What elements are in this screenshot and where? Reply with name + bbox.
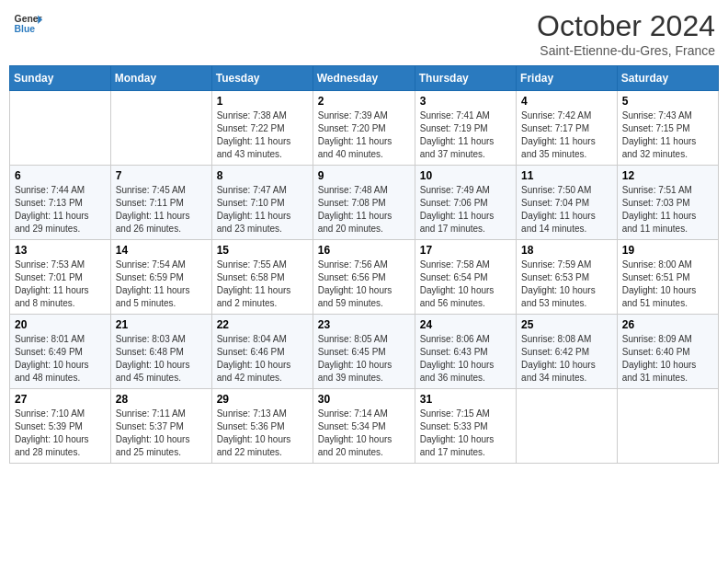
day-number: 1 xyxy=(217,95,308,108)
day-cell: 28Sunrise: 7:11 AM Sunset: 5:37 PM Dayli… xyxy=(110,389,211,464)
header-wednesday: Wednesday xyxy=(313,66,415,91)
week-row-4: 20Sunrise: 8:01 AM Sunset: 6:49 PM Dayli… xyxy=(10,315,719,389)
day-cell xyxy=(10,91,111,166)
day-number: 2 xyxy=(318,95,410,108)
day-number: 30 xyxy=(318,393,410,406)
day-cell: 29Sunrise: 7:13 AM Sunset: 5:36 PM Dayli… xyxy=(211,389,313,464)
day-cell: 10Sunrise: 7:49 AM Sunset: 7:06 PM Dayli… xyxy=(415,166,516,240)
day-cell: 7Sunrise: 7:45 AM Sunset: 7:11 PM Daylig… xyxy=(110,166,211,240)
day-info: Sunrise: 7:41 AM Sunset: 7:19 PM Dayligh… xyxy=(420,109,511,161)
day-number: 20 xyxy=(15,318,106,331)
day-cell: 31Sunrise: 7:15 AM Sunset: 5:33 PM Dayli… xyxy=(415,389,516,464)
day-info: Sunrise: 8:01 AM Sunset: 6:49 PM Dayligh… xyxy=(15,333,106,385)
header-sunday: Sunday xyxy=(10,66,111,91)
day-number: 5 xyxy=(622,95,713,108)
day-number: 27 xyxy=(15,393,106,406)
day-info: Sunrise: 7:59 AM Sunset: 6:53 PM Dayligh… xyxy=(521,259,612,310)
week-row-2: 6Sunrise: 7:44 AM Sunset: 7:13 PM Daylig… xyxy=(10,166,719,240)
header-row: SundayMondayTuesdayWednesdayThursdayFrid… xyxy=(10,66,719,91)
day-number: 19 xyxy=(622,244,713,257)
header-tuesday: Tuesday xyxy=(211,66,313,91)
day-info: Sunrise: 7:44 AM Sunset: 7:13 PM Dayligh… xyxy=(15,184,106,236)
day-number: 12 xyxy=(622,169,713,182)
day-info: Sunrise: 7:14 AM Sunset: 5:34 PM Dayligh… xyxy=(318,408,410,459)
day-info: Sunrise: 7:10 AM Sunset: 5:39 PM Dayligh… xyxy=(15,408,106,459)
day-info: Sunrise: 7:15 AM Sunset: 5:33 PM Dayligh… xyxy=(420,408,511,459)
day-cell: 22Sunrise: 8:04 AM Sunset: 6:46 PM Dayli… xyxy=(211,315,313,389)
day-number: 10 xyxy=(420,169,511,182)
day-number: 23 xyxy=(318,318,410,331)
day-number: 28 xyxy=(116,393,207,406)
day-info: Sunrise: 8:08 AM Sunset: 6:42 PM Dayligh… xyxy=(521,333,612,385)
day-info: Sunrise: 7:55 AM Sunset: 6:58 PM Dayligh… xyxy=(217,259,308,310)
day-cell: 8Sunrise: 7:47 AM Sunset: 7:10 PM Daylig… xyxy=(211,166,313,240)
calendar-table: SundayMondayTuesdayWednesdayThursdayFrid… xyxy=(9,65,719,464)
day-number: 24 xyxy=(420,318,511,331)
day-info: Sunrise: 7:42 AM Sunset: 7:17 PM Dayligh… xyxy=(521,109,612,161)
day-number: 26 xyxy=(622,318,713,331)
day-cell: 12Sunrise: 7:51 AM Sunset: 7:03 PM Dayli… xyxy=(617,166,718,240)
day-number: 17 xyxy=(420,244,511,257)
day-number: 3 xyxy=(420,95,511,108)
day-info: Sunrise: 8:00 AM Sunset: 6:51 PM Dayligh… xyxy=(622,259,713,310)
day-info: Sunrise: 8:06 AM Sunset: 6:43 PM Dayligh… xyxy=(420,333,511,385)
svg-text:Blue: Blue xyxy=(15,24,36,34)
day-info: Sunrise: 7:38 AM Sunset: 7:22 PM Dayligh… xyxy=(217,109,308,161)
location: Saint-Etienne-du-Gres, France xyxy=(537,43,715,58)
day-cell: 2Sunrise: 7:39 AM Sunset: 7:20 PM Daylig… xyxy=(313,91,415,166)
day-info: Sunrise: 8:03 AM Sunset: 6:48 PM Dayligh… xyxy=(116,333,207,385)
week-row-5: 27Sunrise: 7:10 AM Sunset: 5:39 PM Dayli… xyxy=(10,389,719,464)
day-cell: 16Sunrise: 7:56 AM Sunset: 6:56 PM Dayli… xyxy=(313,240,415,315)
day-cell: 17Sunrise: 7:58 AM Sunset: 6:54 PM Dayli… xyxy=(415,240,516,315)
day-info: Sunrise: 8:05 AM Sunset: 6:45 PM Dayligh… xyxy=(318,333,410,385)
day-number: 31 xyxy=(420,393,511,406)
day-cell: 23Sunrise: 8:05 AM Sunset: 6:45 PM Dayli… xyxy=(313,315,415,389)
week-row-1: 1Sunrise: 7:38 AM Sunset: 7:22 PM Daylig… xyxy=(10,91,719,166)
header-monday: Monday xyxy=(110,66,211,91)
day-info: Sunrise: 7:56 AM Sunset: 6:56 PM Dayligh… xyxy=(318,259,410,310)
day-number: 21 xyxy=(116,318,207,331)
day-number: 4 xyxy=(521,95,612,108)
day-number: 7 xyxy=(116,169,207,182)
day-cell: 5Sunrise: 7:43 AM Sunset: 7:15 PM Daylig… xyxy=(617,91,718,166)
month-title: October 2024 xyxy=(537,9,715,43)
header-saturday: Saturday xyxy=(617,66,718,91)
day-info: Sunrise: 8:09 AM Sunset: 6:40 PM Dayligh… xyxy=(622,333,713,385)
day-info: Sunrise: 7:45 AM Sunset: 7:11 PM Dayligh… xyxy=(116,184,207,236)
day-number: 13 xyxy=(15,244,106,257)
day-cell: 20Sunrise: 8:01 AM Sunset: 6:49 PM Dayli… xyxy=(10,315,111,389)
day-number: 25 xyxy=(521,318,612,331)
day-cell xyxy=(110,91,211,166)
day-number: 8 xyxy=(217,169,308,182)
day-cell: 26Sunrise: 8:09 AM Sunset: 6:40 PM Dayli… xyxy=(617,315,718,389)
day-number: 18 xyxy=(521,244,612,257)
day-info: Sunrise: 8:04 AM Sunset: 6:46 PM Dayligh… xyxy=(217,333,308,385)
day-cell: 14Sunrise: 7:54 AM Sunset: 6:59 PM Dayli… xyxy=(110,240,211,315)
day-cell: 11Sunrise: 7:50 AM Sunset: 7:04 PM Dayli… xyxy=(517,166,618,240)
day-cell: 1Sunrise: 7:38 AM Sunset: 7:22 PM Daylig… xyxy=(211,91,313,166)
day-info: Sunrise: 7:51 AM Sunset: 7:03 PM Dayligh… xyxy=(622,184,713,236)
day-cell: 30Sunrise: 7:14 AM Sunset: 5:34 PM Dayli… xyxy=(313,389,415,464)
day-number: 6 xyxy=(15,169,106,182)
day-info: Sunrise: 7:53 AM Sunset: 7:01 PM Dayligh… xyxy=(15,259,106,310)
day-info: Sunrise: 7:54 AM Sunset: 6:59 PM Dayligh… xyxy=(116,259,207,310)
day-cell: 6Sunrise: 7:44 AM Sunset: 7:13 PM Daylig… xyxy=(10,166,111,240)
day-info: Sunrise: 7:48 AM Sunset: 7:08 PM Dayligh… xyxy=(318,184,410,236)
logo-icon: General Blue xyxy=(13,9,42,39)
day-number: 16 xyxy=(318,244,410,257)
day-cell: 27Sunrise: 7:10 AM Sunset: 5:39 PM Dayli… xyxy=(10,389,111,464)
day-cell: 15Sunrise: 7:55 AM Sunset: 6:58 PM Dayli… xyxy=(211,240,313,315)
day-cell: 25Sunrise: 8:08 AM Sunset: 6:42 PM Dayli… xyxy=(517,315,618,389)
day-info: Sunrise: 7:47 AM Sunset: 7:10 PM Dayligh… xyxy=(217,184,308,236)
day-info: Sunrise: 7:11 AM Sunset: 5:37 PM Dayligh… xyxy=(116,408,207,459)
day-info: Sunrise: 7:58 AM Sunset: 6:54 PM Dayligh… xyxy=(420,259,511,310)
header-friday: Friday xyxy=(517,66,618,91)
day-number: 15 xyxy=(217,244,308,257)
day-number: 9 xyxy=(318,169,410,182)
title-area: October 2024 Saint-Etienne-du-Gres, Fran… xyxy=(537,9,715,58)
day-cell xyxy=(617,389,718,464)
day-cell: 24Sunrise: 8:06 AM Sunset: 6:43 PM Dayli… xyxy=(415,315,516,389)
day-cell: 9Sunrise: 7:48 AM Sunset: 7:08 PM Daylig… xyxy=(313,166,415,240)
logo: General Blue xyxy=(13,9,42,39)
day-info: Sunrise: 7:43 AM Sunset: 7:15 PM Dayligh… xyxy=(622,109,713,161)
